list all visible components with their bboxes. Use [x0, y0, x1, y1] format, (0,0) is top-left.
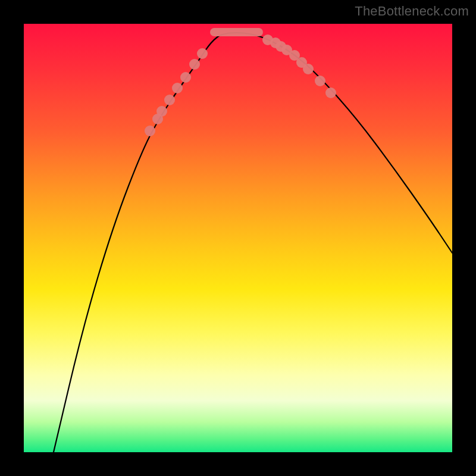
data-point	[197, 48, 208, 59]
data-point	[145, 126, 155, 136]
data-point	[164, 95, 175, 105]
data-point	[156, 106, 167, 117]
data-point	[189, 59, 200, 70]
data-point	[325, 87, 336, 98]
data-point	[180, 72, 191, 83]
bottleneck-curve-path	[54, 33, 452, 452]
data-point	[172, 83, 183, 93]
chart-frame: TheBottleneck.com	[0, 0, 476, 476]
bottleneck-curve-svg	[24, 24, 452, 452]
data-point	[315, 76, 325, 86]
highlighted-points-group	[145, 32, 336, 136]
watermark-text: TheBottleneck.com	[355, 4, 469, 19]
plot-area	[24, 24, 452, 452]
data-point	[303, 64, 314, 74]
